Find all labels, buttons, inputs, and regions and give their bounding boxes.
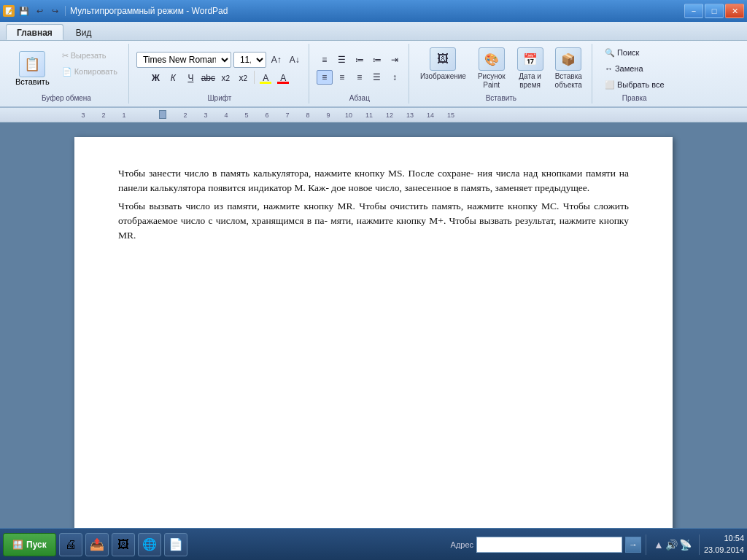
insert-content: 🖼 Изображение 🎨 РисунокPaint 📅 Дата ивре…	[417, 45, 586, 92]
close-btn[interactable]: ✕	[725, 4, 744, 18]
tray-icon-1: ▲	[654, 539, 664, 551]
address-label: Адрес	[451, 540, 474, 549]
main-area: Чтобы занести число в память калькулятор…	[0, 122, 747, 528]
editing-label: Правка	[622, 92, 647, 102]
clipboard-content: 📋 Вставить ✂ Вырезать 📄 Копировать	[10, 45, 123, 92]
indent-increase-btn[interactable]: ⇥	[387, 52, 403, 67]
object-icon: 📦	[555, 47, 581, 71]
clock: 10:54 23.09.2014	[704, 533, 744, 556]
justify-left-btn[interactable]: ≡	[317, 70, 333, 85]
address-go-btn[interactable]: →	[625, 537, 641, 553]
volume-icon[interactable]: 🔊	[665, 539, 678, 551]
date-display: 23.09.2014	[704, 545, 744, 556]
taskbar-item-folder[interactable]: 🖼	[112, 533, 135, 556]
list-number-btn[interactable]: ≔	[369, 52, 385, 67]
insert-paint-btn[interactable]: 🎨 РисунокPaint	[474, 45, 509, 92]
editing-group: 🔍 Поиск ↔ Замена ⬜ Выбрать все Правка	[594, 44, 676, 104]
start-button[interactable]: 🪟 Пуск	[3, 533, 56, 556]
insert-image-btn[interactable]: 🖼 Изображение	[417, 45, 470, 92]
ruler: 3 2 1 1 2 3 4 5 6 7 8 9 10 11 12 13 14 1…	[0, 108, 747, 122]
taskbar: 🪟 Пуск 🖨 📤 🖼 🌐 📄 Адрес → ▲ 🔊 📡 10:54 23.…	[0, 528, 747, 560]
paragraph-content: ≡ ☰ ≔ ≔ ⇥ ≡ ≡ ≡ ☰ ↕	[317, 45, 403, 92]
app-title: Мультипрограммный режим - WordPad	[70, 6, 228, 16]
scissors-icon: ✂	[62, 51, 69, 61]
insert-group: 🖼 Изображение 🎨 РисунокPaint 📅 Дата ивре…	[411, 44, 592, 104]
decrease-font-btn[interactable]: A↓	[287, 52, 303, 67]
line-spacing-btn[interactable]: ↕	[387, 70, 403, 85]
highlight-btn[interactable]: A	[258, 71, 274, 85]
justify-center-btn[interactable]: ≡	[334, 70, 350, 85]
font-selector-row: Times New Roman Arial Calibri 11,5 10 12…	[136, 52, 303, 68]
minimize-btn[interactable]: −	[684, 4, 703, 18]
font-content: Times New Roman Arial Calibri 11,5 10 12…	[136, 45, 303, 92]
ribbon: 📋 Вставить ✂ Вырезать 📄 Копировать Буфер…	[0, 41, 747, 108]
search-icon: 🔍	[605, 48, 615, 58]
address-input[interactable]	[476, 537, 622, 553]
font-label: Шрифт	[207, 92, 231, 102]
replace-btn[interactable]: ↔ Замена	[600, 61, 670, 76]
qa-save-btn[interactable]: 💾	[18, 4, 31, 18]
tab-home[interactable]: Главная	[6, 24, 63, 40]
qa-undo-btn[interactable]: ↩	[33, 4, 46, 18]
tab-view[interactable]: Вид	[65, 24, 103, 40]
justify-both-btn[interactable]: ☰	[369, 70, 385, 85]
editing-content: 🔍 Поиск ↔ Замена ⬜ Выбрать все	[600, 45, 670, 92]
paragraph-1[interactable]: Чтобы занести число в память калькулятор…	[118, 166, 629, 196]
separator-2	[699, 534, 700, 555]
paste-button[interactable]: 📋 Вставить	[10, 48, 55, 89]
select-all-icon: ⬜	[605, 80, 615, 90]
list-bullet-btn[interactable]: ≔	[352, 52, 368, 67]
increase-font-btn[interactable]: A↑	[268, 52, 285, 67]
replace-icon: ↔	[605, 64, 613, 73]
ribbon-tabs: Главная Вид	[0, 22, 747, 41]
select-all-btn[interactable]: ⬜ Выбрать все	[600, 77, 670, 92]
network-icon[interactable]: 📡	[679, 539, 692, 551]
document[interactable]: Чтобы занести число в память калькулятор…	[74, 137, 673, 528]
taskbar-item-printer[interactable]: 🖨	[59, 533, 82, 556]
taskbar-item-document[interactable]: 📄	[164, 533, 187, 556]
align-center-btn[interactable]: ☰	[334, 52, 350, 67]
sys-tray: ▲ 🔊 📡	[651, 539, 694, 551]
title-bar: 📝 💾 ↩ ↪ Мультипрограммный режим - WordPa…	[0, 0, 747, 22]
paragraph-group: ≡ ☰ ≔ ≔ ⇥ ≡ ≡ ≡ ☰ ↕ Абзац	[311, 44, 409, 104]
italic-btn[interactable]: К	[165, 71, 181, 85]
paragraph-2[interactable]: Чтобы вызвать число из памяти, нажмите к…	[118, 199, 629, 244]
taskbar-item-network[interactable]: 🌐	[138, 533, 161, 556]
paste-icon: 📋	[19, 51, 45, 77]
font-family-select[interactable]: Times New Roman Arial Calibri	[136, 52, 231, 68]
maximize-btn[interactable]: □	[705, 4, 724, 18]
image-icon: 🖼	[430, 47, 456, 71]
copy-button[interactable]: 📄 Копировать	[57, 64, 123, 79]
title-bar-left: 📝 💾 ↩ ↪ Мультипрограммный режим - WordPa…	[3, 4, 228, 18]
datetime-icon: 📅	[517, 47, 543, 71]
underline-btn[interactable]: Ч	[182, 71, 198, 85]
paint-icon: 🎨	[479, 47, 505, 71]
clipboard-group: 📋 Вставить ✂ Вырезать 📄 Копировать Буфер…	[4, 44, 129, 104]
cut-button[interactable]: ✂ Вырезать	[57, 48, 123, 63]
insert-datetime-btn[interactable]: 📅 Дата ивремя	[514, 45, 547, 92]
qa-redo-btn[interactable]: ↪	[48, 4, 61, 18]
font-color-btn[interactable]: A	[275, 71, 291, 85]
insert-label: Вставить	[486, 92, 516, 102]
find-btn[interactable]: 🔍 Поиск	[600, 45, 670, 60]
font-size-select[interactable]: 11,5 10 12 14	[233, 52, 266, 68]
address-bar: Адрес →	[451, 537, 642, 553]
paragraph-label: Абзац	[349, 92, 370, 102]
justify-right-btn[interactable]: ≡	[352, 70, 368, 85]
align-left-btn[interactable]: ≡	[317, 52, 333, 67]
insert-object-btn[interactable]: 📦 Вставкаобъекта	[551, 45, 586, 92]
format-buttons-row: Ж К Ч abc x2 x2 A A	[147, 71, 291, 85]
window-controls: − □ ✕	[684, 4, 744, 18]
bold-btn[interactable]: Ж	[147, 71, 163, 85]
superscript-btn[interactable]: x2	[235, 71, 251, 85]
copy-icon: 📄	[62, 67, 72, 77]
ruler-indent-marker[interactable]	[159, 110, 166, 119]
separator-1	[646, 534, 646, 555]
font-group: Times New Roman Arial Calibri 11,5 10 12…	[131, 44, 309, 104]
subscript-btn[interactable]: x2	[217, 71, 233, 85]
time-display: 10:54	[704, 533, 744, 544]
clipboard-label: Буфер обмена	[42, 92, 91, 102]
taskbar-item-send[interactable]: 📤	[85, 533, 109, 556]
strikethrough-btn[interactable]: abc	[200, 71, 216, 85]
windows-icon: 🪟	[12, 540, 23, 550]
